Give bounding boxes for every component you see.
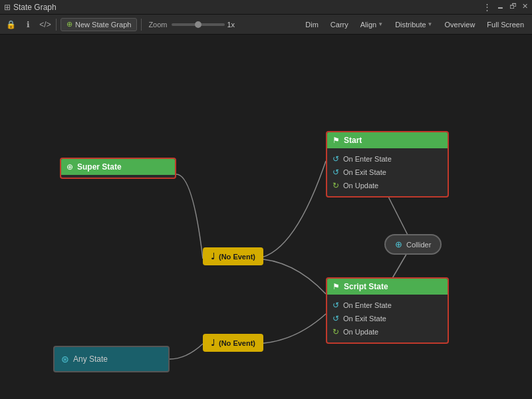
titlebar-controls: ⋮ 🗕 🗗 ✕ xyxy=(483,2,528,12)
distribute-dropdown[interactable]: Distribute ▼ xyxy=(391,19,436,30)
toolbar-separator-2 xyxy=(141,19,142,31)
event-node-2[interactable]: ♩ (No Event) xyxy=(203,334,263,352)
event-node-1[interactable]: ♩ (No Event) xyxy=(203,247,263,265)
any-state-icon: ⊛ xyxy=(61,354,69,364)
enter-state-icon-1: ↺ xyxy=(332,154,339,164)
script-state-row-1: ↺ On Enter State xyxy=(332,299,442,312)
align-dropdown[interactable]: Align ▼ xyxy=(356,19,387,30)
carry-button[interactable]: Carry xyxy=(327,19,352,30)
new-state-graph-button[interactable]: ⊕ New State Graph xyxy=(61,18,137,31)
code-button[interactable]: </> xyxy=(39,18,52,31)
menu-icon[interactable]: ⋮ xyxy=(483,2,491,12)
super-state-icon: ⊕ xyxy=(66,162,73,172)
start-state-node[interactable]: ⚑ Start ↺ On Enter State ↺ On Exit State… xyxy=(326,131,449,198)
canvas[interactable]: ⊕ Super State ⚑ Start ↺ On Enter State ↺… xyxy=(0,35,532,399)
script-state-body: ↺ On Enter State ↺ On Exit State ↻ On Up… xyxy=(327,295,448,342)
distribute-dropdown-arrow: ▼ xyxy=(428,21,433,27)
script-state-row-2: ↺ On Exit State xyxy=(332,312,442,325)
collider-icon: ⊕ xyxy=(395,239,402,249)
collider-label: Collider xyxy=(406,241,431,249)
update-icon-2: ↻ xyxy=(332,327,339,336)
start-state-header: ⚑ Start xyxy=(327,132,448,148)
overview-button[interactable]: Overview xyxy=(441,19,479,30)
titlebar-icon: ⊞ xyxy=(4,3,11,12)
script-state-row-3: ↻ On Update xyxy=(332,325,442,338)
event-2-label: (No Event) xyxy=(219,339,255,347)
maximize-button[interactable]: 🗗 xyxy=(509,2,517,12)
super-state-body xyxy=(61,175,175,178)
toolbar-separator-1 xyxy=(56,19,57,31)
start-state-row-1: ↺ On Enter State xyxy=(332,152,442,166)
exit-state-icon-2: ↺ xyxy=(332,314,339,323)
info-button[interactable]: ℹ xyxy=(21,18,35,31)
align-dropdown-arrow: ▼ xyxy=(378,21,383,27)
titlebar-title: State Graph xyxy=(13,3,483,12)
titlebar: ⊞ State Graph ⋮ 🗕 🗗 ✕ xyxy=(0,0,532,15)
lock-button[interactable]: 🔒 xyxy=(4,18,17,31)
close-button[interactable]: ✕ xyxy=(522,2,528,12)
start-state-row-2: ↺ On Exit State xyxy=(332,166,442,179)
script-state-icon: ⚑ xyxy=(332,282,340,291)
script-state-title: Script State xyxy=(344,282,388,291)
connections-svg xyxy=(0,35,532,399)
dim-button[interactable]: Dim xyxy=(301,19,323,30)
update-icon-1: ↻ xyxy=(332,181,339,190)
collider-node[interactable]: ⊕ Collider xyxy=(384,234,442,255)
new-state-graph-icon: ⊕ xyxy=(66,20,72,29)
script-state-node[interactable]: ⚑ Script State ↺ On Enter State ↺ On Exi… xyxy=(326,277,449,344)
event-1-icon: ♩ xyxy=(211,251,215,261)
event-1-label: (No Event) xyxy=(219,253,255,261)
super-state-header: ⊕ Super State xyxy=(61,159,175,175)
minimize-button[interactable]: 🗕 xyxy=(497,2,504,12)
zoom-slider-container: 1x xyxy=(172,21,241,29)
zoom-label: Zoom xyxy=(148,21,167,29)
event-2-icon: ♩ xyxy=(211,338,215,348)
any-state-node[interactable]: ⊛ Any State xyxy=(53,346,170,372)
zoom-value: 1x xyxy=(227,21,241,29)
super-state-title: Super State xyxy=(77,162,122,172)
exit-state-icon-1: ↺ xyxy=(332,168,339,177)
any-state-label: Any State xyxy=(73,354,108,364)
start-state-body: ↺ On Enter State ↺ On Exit State ↻ On Up… xyxy=(327,148,448,196)
toolbar: 🔒 ℹ </> ⊕ New State Graph Zoom 1x Dim Ca… xyxy=(0,15,532,35)
enter-state-icon-2: ↺ xyxy=(332,301,339,310)
script-state-header: ⚑ Script State xyxy=(327,279,448,295)
zoom-slider[interactable] xyxy=(172,23,225,26)
start-state-row-3: ↻ On Update xyxy=(332,179,442,192)
super-state-node[interactable]: ⊕ Super State xyxy=(60,158,176,179)
fullscreen-button[interactable]: Full Screen xyxy=(483,19,528,30)
start-state-title: Start xyxy=(344,136,362,145)
start-state-icon: ⚑ xyxy=(332,136,340,145)
